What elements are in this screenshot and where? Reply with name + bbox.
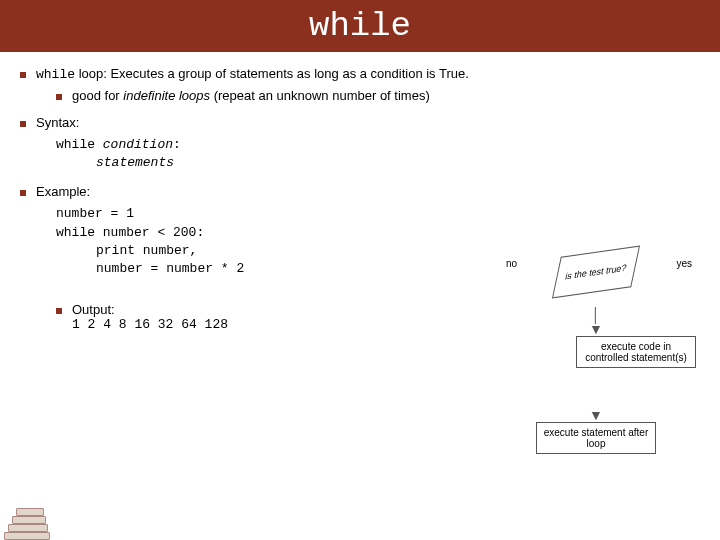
bullet-icon	[56, 308, 62, 314]
slide-content: while loop: Executes a group of statemen…	[0, 52, 720, 332]
good-for-rest: (repeat an unknown number of times)	[210, 88, 430, 103]
slide-title: while	[309, 7, 411, 45]
syntax-label: Syntax:	[36, 115, 79, 130]
output-value: 1 2 4 8 16 32 64 128	[72, 317, 228, 332]
bullet-example: Example:	[20, 184, 700, 199]
flowchart-box-1: execute code in controlled statement(s)	[576, 336, 696, 368]
flowchart-diagram: no yes is the test true? │▼ execute code…	[496, 252, 696, 454]
bullet-definition: while loop: Executes a group of statemen…	[20, 66, 700, 82]
syntax-line-2: statements	[96, 154, 700, 172]
good-for-prefix: good for	[72, 88, 123, 103]
decision-text: is the test true?	[564, 263, 627, 282]
flowchart-spacer	[496, 368, 696, 408]
loop-keyword: while	[36, 67, 75, 82]
bullet-icon	[20, 190, 26, 196]
bullet-icon	[20, 72, 26, 78]
footer-books-icon	[0, 500, 56, 540]
decision-diamond: is the test true?	[552, 246, 640, 299]
slide-title-bar: while	[0, 0, 720, 52]
bullet-indefinite: good for indefinite loops (repeat an unk…	[56, 88, 700, 103]
label-no: no	[506, 258, 517, 269]
arrow-down-icon: ▼	[496, 408, 696, 422]
code-line-2: while number < 200:	[56, 224, 700, 242]
bullet-icon	[56, 94, 62, 100]
syntax-condition: condition	[103, 137, 173, 152]
good-for-italic: indefinite loops	[123, 88, 210, 103]
flowchart-box-2: execute statement after loop	[536, 422, 656, 454]
syntax-while: while	[56, 137, 103, 152]
code-line-1: number = 1	[56, 205, 700, 223]
bullet-definition-text: while loop: Executes a group of statemen…	[36, 66, 469, 82]
loop-def-rest: loop: Executes a group of statements as …	[75, 66, 469, 81]
bullet-syntax: Syntax:	[20, 115, 700, 130]
syntax-colon: :	[173, 137, 181, 152]
syntax-line-1: while condition:	[56, 136, 700, 154]
syntax-code: while condition: statements	[56, 136, 700, 172]
label-yes: yes	[676, 258, 692, 269]
flowchart-decision: no yes is the test true?	[496, 252, 696, 308]
output-block: Output: 1 2 4 8 16 32 64 128	[72, 302, 228, 332]
bullet-indefinite-text: good for indefinite loops (repeat an unk…	[72, 88, 430, 103]
output-label: Output:	[72, 302, 228, 317]
bullet-icon	[20, 121, 26, 127]
arrow-down-icon: │▼	[496, 308, 696, 336]
example-label: Example:	[36, 184, 90, 199]
